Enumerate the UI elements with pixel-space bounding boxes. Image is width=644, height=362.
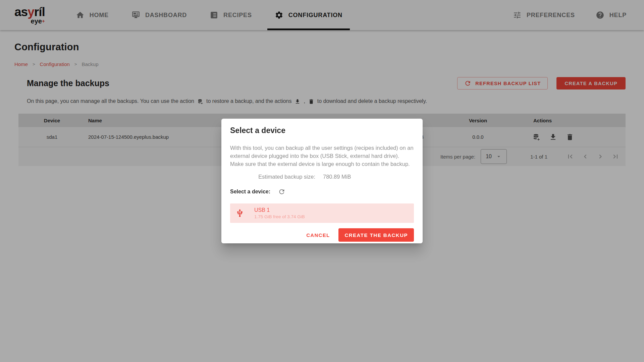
select-device-row: Select a device: <box>230 188 414 195</box>
select-device-dialog: Select a device With this tool, you can … <box>221 119 423 243</box>
estimated-size-label: Estimated backup size: <box>230 174 315 180</box>
usb-icon <box>235 209 244 218</box>
device-option-usb1[interactable]: USB 1 1.75 GiB free of 3.74 GiB <box>230 203 414 223</box>
dialog-body-text: With this tool, you can backup all the u… <box>230 144 414 168</box>
estimated-backup-size-row: Estimated backup size: 780.89 MiB <box>230 174 414 180</box>
device-capacity: 1.75 GiB free of 3.74 GiB <box>254 214 305 219</box>
cancel-button[interactable]: CANCEL <box>301 228 335 242</box>
estimated-size-value: 780.89 MiB <box>323 174 351 180</box>
dialog-body-line: With this tool, you can backup all the u… <box>230 145 414 159</box>
select-device-label: Select a device: <box>230 189 270 195</box>
device-name: USB 1 <box>254 207 305 213</box>
dialog-actions: CANCEL CREATE THE BACKUP <box>230 228 414 242</box>
dialog-body-line: Make sure that the external device is la… <box>230 161 410 167</box>
create-the-backup-button[interactable]: CREATE THE BACKUP <box>338 228 414 242</box>
dialog-title: Select a device <box>230 126 414 135</box>
refresh-icon <box>278 188 285 195</box>
refresh-devices-button[interactable] <box>278 188 285 195</box>
device-option-texts: USB 1 1.75 GiB free of 3.74 GiB <box>254 207 305 219</box>
